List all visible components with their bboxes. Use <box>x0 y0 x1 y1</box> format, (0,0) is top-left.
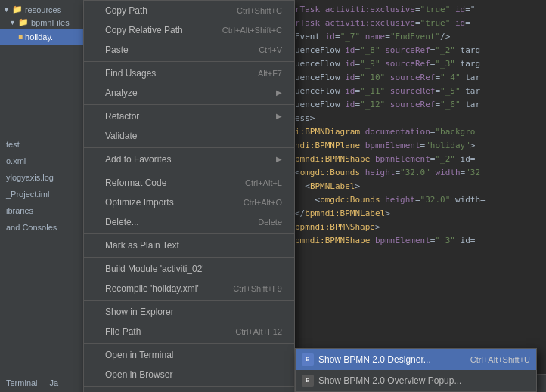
analyze-arrow: ▶ <box>276 85 282 100</box>
resources-label: resources <box>25 5 61 14</box>
oxml-label: o.xml <box>6 156 26 165</box>
folder-icon-2: 📁 <box>18 17 29 27</box>
code-line-15: <omgdc:Bounds height="32.0" width= <box>289 193 546 207</box>
open-in-terminal-item[interactable]: Open in Terminal <box>84 345 294 365</box>
holiday-label: holiday. <box>25 30 53 44</box>
find-usages-item[interactable]: Find Usages Alt+F7 <box>84 63 294 83</box>
file-path-item[interactable]: File Path Ctrl+Alt+F12 <box>84 322 294 341</box>
delete-item[interactable]: Delete... Delete <box>84 212 294 232</box>
project-label: _Project.iml <box>6 190 49 199</box>
local-history-item[interactable]: Local History ▶ <box>84 388 294 392</box>
separator-2 <box>84 104 294 105</box>
code-line-6: uenceFlow id="_10" sourceRef="_4" tar <box>289 71 546 85</box>
bpmn-designer-icon: B <box>302 353 314 366</box>
add-to-favorites-label: Add to Favorites <box>105 152 273 167</box>
folder-expand-icon: ▼ <box>3 6 10 14</box>
recompile-label: Recompile 'holiday.xml' <box>105 281 218 296</box>
file-icon: ■ <box>18 30 23 44</box>
copy-relative-path-item[interactable]: Copy Relative Path Ctrl+Alt+Shift+C <box>84 20 294 40</box>
reformat-code-shortcut: Ctrl+Alt+L <box>245 175 282 190</box>
code-line-4: uenceFlow id="_8" sourceRef="_2" targ <box>289 44 546 57</box>
separator-6 <box>84 257 294 258</box>
open-in-browser-label: Open in Browser <box>105 367 282 382</box>
delete-shortcut: Delete <box>258 215 282 230</box>
code-line-14: <BPMNLabel> <box>289 180 546 193</box>
terminal-tab[interactable]: Terminal <box>0 377 44 389</box>
copy-path-item[interactable]: Copy Path Ctrl+Shift+C <box>84 1 294 20</box>
recompile-shortcut: Ctrl+Shift+F9 <box>233 281 282 296</box>
code-line-1: rTask activiti:exclusive="true" id=" <box>289 3 546 17</box>
libraries-label: ibraries <box>6 206 33 215</box>
ja-tab[interactable]: Ja <box>44 377 65 389</box>
sidebar-test-item[interactable]: test <box>0 136 83 153</box>
diagrams-submenu: B Show BPMN 2.0 Designer... Ctrl+Alt+Shi… <box>295 348 537 392</box>
find-usages-label: Find Usages <box>105 66 243 81</box>
reformat-code-item[interactable]: Reformat Code Ctrl+Alt+L <box>84 173 294 193</box>
test-label: test <box>6 140 20 149</box>
log-label: ylogyaxis.log <box>6 173 54 182</box>
reformat-code-label: Reformat Code <box>105 175 230 190</box>
recompile-item[interactable]: Recompile 'holiday.xml' Ctrl+Shift+F9 <box>84 279 294 298</box>
file-tree-sidebar: ▼ 📁 resources ▼ 📁 bpmnFiles ■ holiday. t… <box>0 0 83 392</box>
show-in-explorer-label: Show in Explorer <box>105 304 282 319</box>
show-bpmn-overview-label: Show BPMN 2.0 Overview Popup... <box>318 373 461 388</box>
sidebar-oxml-item[interactable]: o.xml <box>0 153 83 169</box>
add-to-favorites-item[interactable]: Add to Favorites ▶ <box>84 150 294 169</box>
analyze-label: Analyze <box>105 85 273 100</box>
code-line-9: ess> <box>289 112 546 125</box>
consoles-label: and Consoles <box>6 223 57 232</box>
mark-plain-text-label: Mark as Plain Text <box>105 238 282 253</box>
bottom-tab-bar: Terminal Ja <box>0 374 83 392</box>
code-line-3: Event id="_7" name="EndEvent"/> <box>289 30 546 44</box>
sidebar-holiday-item[interactable]: ■ holiday. <box>0 29 83 45</box>
favorites-arrow: ▶ <box>276 152 282 167</box>
separator-9 <box>84 386 294 387</box>
sidebar-project-item[interactable]: _Project.iml <box>0 186 83 202</box>
code-line-17: bpmndi:BPMNShape> <box>289 221 546 234</box>
separator-7 <box>84 300 294 301</box>
sidebar-log-item[interactable]: ylogyaxis.log <box>0 169 83 186</box>
optimize-imports-label: Optimize Imports <box>105 195 228 210</box>
context-menu: Copy Path Ctrl+Shift+C Copy Relative Pat… <box>83 0 295 392</box>
validate-item[interactable]: Validate <box>84 126 294 146</box>
bpmn-designer-shortcut: Ctrl+Alt+Shift+U <box>470 352 530 367</box>
code-line-16: </bpmndi:BPMNLabel> <box>289 207 546 221</box>
find-usages-shortcut: Alt+F7 <box>258 66 282 81</box>
copy-relative-path-label: Copy Relative Path <box>105 23 207 38</box>
code-line-2: rTask activiti:exclusive="true" id= <box>289 17 546 30</box>
code-line-13: <omgdc:Bounds height="32.0" width="32 <box>289 166 546 180</box>
sidebar-resources-item[interactable]: ▼ 📁 resources <box>0 3 83 16</box>
validate-label: Validate <box>105 128 282 144</box>
analyze-item[interactable]: Analyze ▶ <box>84 83 294 103</box>
code-line-10: i:BPMNDiagram documentation="backgro <box>289 125 546 139</box>
code-editor: rTask activiti:exclusive="true" id=" rTa… <box>289 0 546 392</box>
sidebar-consoles-item[interactable]: and Consoles <box>0 219 83 236</box>
refactor-arrow: ▶ <box>276 109 282 124</box>
code-line-12: pmndi:BPMNShape bpmnElement="_2" id= <box>289 153 546 166</box>
paste-item[interactable]: Paste Ctrl+V <box>84 40 294 60</box>
build-module-item[interactable]: Build Module 'activiti_02' <box>84 259 294 279</box>
sidebar-libraries-item[interactable]: ibraries <box>0 202 83 219</box>
open-in-browser-item[interactable]: Open in Browser <box>84 365 294 384</box>
code-line-5: uenceFlow id="_9" sourceRef="_3" targ <box>289 57 546 71</box>
refactor-item[interactable]: Refactor ▶ <box>84 106 294 126</box>
show-bpmn-designer-label: Show BPMN 2.0 Designer... <box>318 352 431 367</box>
separator-3 <box>84 147 294 148</box>
file-path-label: File Path <box>105 324 220 339</box>
show-bpmn-overview-item[interactable]: B Show BPMN 2.0 Overview Popup... <box>296 370 536 391</box>
file-path-shortcut: Ctrl+Alt+F12 <box>235 324 282 339</box>
sidebar-bpmnfiles-item[interactable]: ▼ 📁 bpmnFiles <box>0 16 83 29</box>
show-bpmn-designer-item[interactable]: B Show BPMN 2.0 Designer... Ctrl+Alt+Shi… <box>296 349 536 370</box>
code-line-11: ndi:BPMNPlane bpmnElement="holiday"> <box>289 139 546 153</box>
build-module-label: Build Module 'activiti_02' <box>105 261 282 276</box>
separator-1 <box>84 61 294 62</box>
separator-5 <box>84 233 294 234</box>
code-line-7: uenceFlow id="_11" sourceRef="_5" tar <box>289 85 546 98</box>
mark-plain-text-item[interactable]: Mark as Plain Text <box>84 236 294 255</box>
copy-path-label: Copy Path <box>105 3 222 18</box>
optimize-imports-item[interactable]: Optimize Imports Ctrl+Alt+O <box>84 193 294 212</box>
copy-path-shortcut: Ctrl+Shift+C <box>237 3 282 18</box>
show-in-explorer-item[interactable]: Show in Explorer <box>84 302 294 322</box>
folder-expand-icon-2: ▼ <box>9 19 16 26</box>
delete-label: Delete... <box>105 215 243 230</box>
